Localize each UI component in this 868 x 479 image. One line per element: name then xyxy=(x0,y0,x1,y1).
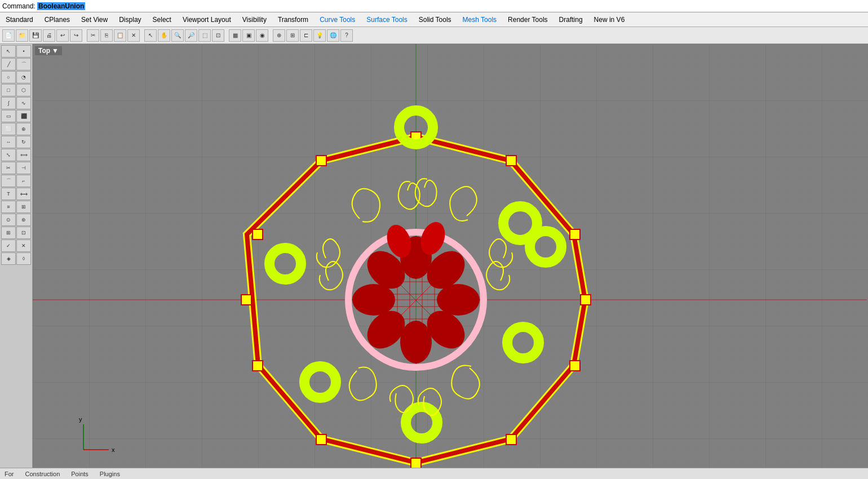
tool-nurbs[interactable]: ⬛ xyxy=(16,110,31,122)
toolbar-zoom-out[interactable]: 🔎 xyxy=(185,29,197,42)
tool-rotate[interactable]: ↻ xyxy=(16,136,31,148)
menu-display[interactable]: Display xyxy=(113,14,147,25)
menu-standard[interactable]: Standard xyxy=(0,14,39,25)
toolbar-cut[interactable]: ✂ xyxy=(87,29,99,42)
tool-osnap[interactable]: ⊡ xyxy=(16,227,31,239)
left-sidebar: ↖ • ╱ ⌒ ○ ◔ □ ⬡ ∫ ∿ ▭ ⬛ ⬜ ⊕ ↔ ↻ xyxy=(0,44,33,468)
viewport-name: Top xyxy=(38,47,50,55)
toolbar-shade[interactable]: ▣ xyxy=(242,29,255,42)
tool-chamfer[interactable]: ⌐ xyxy=(16,175,31,187)
svg-rect-10 xyxy=(570,361,580,371)
toolbar-light[interactable]: 💡 xyxy=(313,29,326,42)
menu-solid-tools[interactable]: Solid Tools xyxy=(413,14,457,25)
toolbar-save[interactable]: 💾 xyxy=(29,29,42,42)
menu-curve-tools[interactable]: Curve Tools xyxy=(314,14,361,25)
svg-rect-12 xyxy=(411,458,421,468)
toolbar-undo[interactable]: ↩ xyxy=(56,29,69,42)
toolbar-snap[interactable]: ⊕ xyxy=(273,29,285,42)
menu-drafting[interactable]: Drafting xyxy=(553,14,588,25)
toolbar-print[interactable]: 🖨 xyxy=(43,29,55,42)
tool-line[interactable]: ╱ xyxy=(1,58,16,70)
tool-grid-snap[interactable]: ⊞ xyxy=(1,227,16,239)
tool-arc[interactable]: ◔ xyxy=(16,71,31,83)
status-for: For xyxy=(5,471,14,477)
tool-circle[interactable]: ○ xyxy=(1,71,16,83)
tool-accept[interactable]: ✓ xyxy=(1,239,16,252)
tool-rectangle[interactable]: □ xyxy=(1,84,16,96)
toolbar-pan[interactable]: ✋ xyxy=(158,29,170,42)
svg-text:y: y xyxy=(79,416,82,423)
tool-misc2[interactable]: ◊ xyxy=(16,252,31,265)
status-bar: For Construction Points Plugins xyxy=(0,468,868,479)
menu-transform[interactable]: Transform xyxy=(272,14,314,25)
tool-freeform[interactable]: ∿ xyxy=(16,97,31,109)
svg-rect-15 xyxy=(241,295,251,305)
toolbar-select[interactable]: ↖ xyxy=(144,29,157,42)
tool-misc1[interactable]: ◈ xyxy=(1,252,16,265)
menu-render-tools[interactable]: Render Tools xyxy=(502,14,553,25)
svg-point-39 xyxy=(437,284,480,316)
tool-fillet[interactable]: ⌒ xyxy=(1,175,16,187)
toolbar-redo[interactable]: ↪ xyxy=(70,29,82,42)
menu-set-view[interactable]: Set View xyxy=(76,14,113,25)
tool-dim[interactable]: ⟷ xyxy=(16,188,31,200)
tool-analyze[interactable]: ⊛ xyxy=(16,214,31,226)
tool-transform[interactable]: ↔ xyxy=(1,136,16,148)
svg-text:x: x xyxy=(112,446,115,453)
svg-rect-17 xyxy=(316,156,326,166)
menu-mesh-tools[interactable]: Mesh Tools xyxy=(457,14,502,25)
toolbar-ortho[interactable]: ⊏ xyxy=(300,29,312,42)
tool-group[interactable]: ⊞ xyxy=(16,201,31,213)
svg-rect-11 xyxy=(506,434,516,445)
menu-select[interactable]: Select xyxy=(147,14,177,25)
toolbar-globe[interactable]: 🌐 xyxy=(327,29,339,42)
toolbar-grid[interactable]: ⊞ xyxy=(286,29,299,42)
toolbar-render[interactable]: ◉ xyxy=(256,29,268,42)
tool-point[interactable]: • xyxy=(16,45,31,57)
tool-select-arrow[interactable]: ↖ xyxy=(1,45,16,57)
toolbar-copy[interactable]: ⎘ xyxy=(100,29,113,42)
svg-point-41 xyxy=(400,321,432,363)
tool-extend[interactable]: ⊣ xyxy=(16,162,31,174)
tool-cancel[interactable]: ✕ xyxy=(16,239,31,252)
tool-polygon[interactable]: ⬡ xyxy=(16,84,31,96)
toolbar: 📄 📁 💾 🖨 ↩ ↪ ✂ ⎘ 📋 ✕ ↖ ✋ 🔍 🔎 ⬚ ⊡ ▦ ▣ ◉ ⊕ … xyxy=(0,27,868,44)
toolbar-open[interactable]: 📁 xyxy=(16,29,28,42)
tool-history[interactable]: ⊙ xyxy=(1,214,16,226)
menu-visibility[interactable]: Visibility xyxy=(237,14,272,25)
viewport-label[interactable]: Top ▼ xyxy=(35,46,62,55)
tool-trim[interactable]: ✂ xyxy=(1,162,16,174)
toolbar-zoom-window[interactable]: ⬚ xyxy=(198,29,211,42)
tool-solid[interactable]: ⬜ xyxy=(1,123,16,135)
menu-cplanes[interactable]: CPlanes xyxy=(39,14,76,25)
svg-rect-13 xyxy=(316,434,326,445)
tool-surface[interactable]: ▭ xyxy=(1,110,16,122)
toolbar-delete[interactable]: ✕ xyxy=(127,29,140,42)
command-value: BooleanUnion xyxy=(37,2,85,10)
main-area: ↖ • ╱ ⌒ ○ ◔ □ ⬡ ∫ ∿ ▭ ⬛ ⬜ ⊕ ↔ ↻ xyxy=(0,44,868,468)
svg-rect-7 xyxy=(506,156,516,166)
tool-boolean[interactable]: ⊕ xyxy=(16,123,31,135)
tool-curve[interactable]: ∫ xyxy=(1,97,16,109)
toolbar-help[interactable]: ? xyxy=(340,29,353,42)
tool-polyline[interactable]: ⌒ xyxy=(16,58,31,70)
tool-scale[interactable]: ⤡ xyxy=(1,149,16,161)
menu-viewport-layout[interactable]: Viewport Layout xyxy=(177,14,237,25)
svg-point-43 xyxy=(352,284,395,316)
toolbar-zoom-in[interactable]: 🔍 xyxy=(171,29,184,42)
toolbar-new[interactable]: 📄 xyxy=(2,29,15,42)
tool-layer[interactable]: ≡ xyxy=(1,201,16,213)
viewport[interactable]: Top ▼ xyxy=(33,44,868,468)
tool-mirror[interactable]: ⟺ xyxy=(16,149,31,161)
tool-text[interactable]: T xyxy=(1,188,16,200)
status-points: Points xyxy=(71,471,88,477)
svg-rect-9 xyxy=(581,295,591,305)
svg-rect-16 xyxy=(253,229,263,239)
menu-surface-tools[interactable]: Surface Tools xyxy=(361,14,413,25)
toolbar-paste[interactable]: 📋 xyxy=(114,29,126,42)
toolbar-zoom-all[interactable]: ⊡ xyxy=(212,29,224,42)
toolbar-wire[interactable]: ▦ xyxy=(229,29,241,42)
status-plugins: Plugins xyxy=(100,471,120,477)
status-construction: Construction xyxy=(25,471,60,477)
menu-new-in-v6[interactable]: New in V6 xyxy=(588,14,631,25)
